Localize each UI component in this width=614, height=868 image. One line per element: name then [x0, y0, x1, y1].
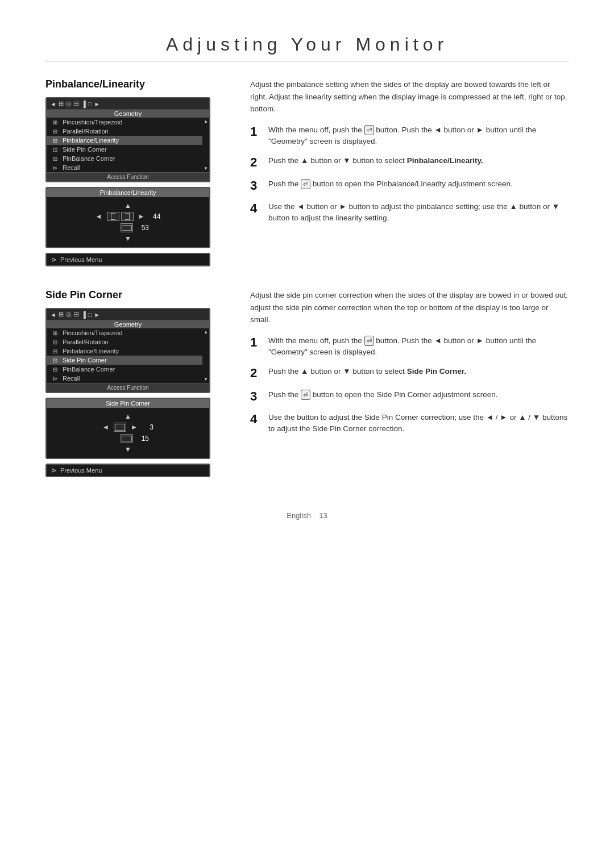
intro-text-1: Adjust the pinbalance setting when the s… [250, 78, 569, 115]
geometry-icon: ◎ [66, 100, 72, 107]
step-text-1-3: Push the ⏎ button to open the Pinbalance… [268, 178, 513, 190]
arrow-left-icon-2: ◄ [50, 311, 56, 318]
osd-item-6: ⊳ Recall [47, 163, 202, 172]
item-icon-2-6: ⊳ [51, 375, 59, 382]
step-text-2-1: With the menu off, push the ⏎ button. Pu… [268, 335, 569, 358]
bar-visual-left [111, 213, 115, 220]
bar-box-right [121, 212, 134, 221]
scroll-up-icon: ▲ [204, 119, 208, 124]
item-label-6: Recall [63, 164, 80, 171]
item-label-2-6: Recall [63, 375, 80, 382]
step-number-1-1: 1 [250, 124, 262, 139]
adjust-row-2-2: 15 [51, 434, 205, 443]
item-label-5: PinBalance Corner [63, 155, 115, 162]
section-left-sidepincorner: Side Pin Corner ◄ ⊞ ◎ ⊟ ▐ □ ► Geometry [45, 289, 227, 477]
enter-icon-2: ⏎ [301, 179, 310, 190]
item-icon-2-2: ⊟ [51, 339, 59, 345]
osd-menu-pinbalance: ◄ ⊞ ◎ ⊟ ▐ □ ► Geometry ⊞ Pincushion/Tra [45, 97, 210, 182]
arrow-left-icon: ◄ [50, 101, 56, 107]
bar-visual-2-1 [115, 424, 125, 431]
item-icon-3: ⊟ [51, 137, 59, 144]
osd-item-3: ⊟ Pinbalance/Linearity [47, 136, 202, 145]
osd-item-2-4: ⊡ Side Pin Corner [47, 356, 202, 365]
section-title-sidepincorner: Side Pin Corner [45, 289, 227, 301]
menu-icon: ⊟ [74, 100, 79, 107]
osd-bar-2 [121, 223, 133, 232]
step-text-1-2: Push the ▲ button or ▼ button to select … [268, 155, 483, 166]
step-text-2-4: Use the button to adjust the Side Pin Co… [268, 412, 569, 435]
adjust-up-arrow-2: ▲ [125, 412, 131, 420]
step-text-2-3: Push the ⏎ button to open the Side Pin C… [268, 389, 498, 400]
section-sidepincorner: Side Pin Corner ◄ ⊞ ◎ ⊟ ▐ □ ► Geometry [45, 289, 569, 477]
left-arrow-2: ◄ [102, 423, 109, 431]
brightness-icon: ▐ [81, 101, 86, 107]
step-number-2-4: 4 [250, 412, 262, 427]
adjust-value-2-2: 15 [138, 435, 149, 443]
step-number-1-3: 3 [250, 178, 262, 193]
item-label-3: Pinbalance/Linearity [63, 137, 119, 144]
adjust-row-2-1: ◄ ► 3 [51, 423, 205, 432]
osd-adjust-title-1: Pinbalance/Linearity [47, 188, 209, 197]
osd-geometry-label-2: Geometry [47, 320, 209, 328]
bar-box-2-1 [114, 423, 126, 432]
contrast-icon-2: □ [88, 311, 92, 318]
osd-item-5: ⊟ PinBalance Corner [47, 154, 202, 163]
osd-scroll: ▲ ▼ [202, 118, 209, 172]
geometry-icon-2: ◎ [66, 311, 72, 318]
adjust-down-arrow: ▼ [125, 235, 131, 243]
item-label-2-4: Side Pin Corner [63, 357, 107, 364]
footer: English 13 [45, 511, 569, 520]
bar-visual-right [125, 213, 130, 220]
osd-access-function: Access Function [47, 172, 209, 181]
adjust-row-2: 53 [51, 223, 205, 232]
arrow-right-icon-2: ► [94, 311, 100, 318]
right-arrow-2: ► [131, 423, 138, 431]
enter-icon-4: ⏎ [301, 390, 310, 400]
osd-item-2-2: ⊟ Parallel/Rotation [47, 337, 202, 347]
adjust-value-1: 44 [149, 212, 160, 220]
adjust-down-arrow-2: ▼ [125, 445, 131, 453]
section-pinbalance: Pinbalance/Linearity ◄ ⊞ ◎ ⊟ ▐ □ ► Geome… [45, 78, 569, 266]
scroll-down-icon: ▼ [204, 166, 208, 171]
osd-geometry-label: Geometry [47, 110, 209, 118]
osd-adjust-body-1: ▲ ◄ ► 44 [47, 197, 209, 247]
osd-nav-icons-2: ◄ ⊞ ◎ ⊟ ▐ □ ► [50, 311, 100, 318]
item-icon-5: ⊟ [51, 156, 59, 162]
adjust-value-2: 53 [138, 224, 149, 232]
prev-menu-label-2: Previous Menu [60, 467, 102, 474]
arrow-right-icon: ► [94, 101, 100, 107]
bar-box-2 [121, 223, 133, 232]
step-number-2-1: 1 [250, 335, 262, 350]
osd-item-2-5: ⊟ PinBalance Corner [47, 365, 202, 374]
item-label-2-2: Parallel/Rotation [63, 339, 109, 345]
adjust-value-2-1: 3 [142, 423, 154, 431]
step-text-1-4: Use the ◄ button or ► button to adjust t… [268, 201, 569, 224]
content-area: Pinbalance/Linearity ◄ ⊞ ◎ ⊟ ▐ □ ► Geome… [45, 78, 569, 477]
step-text-2-2: Push the ▲ button or ▼ button to select … [268, 366, 466, 377]
prev-menu-2: ⊳ Previous Menu [45, 464, 210, 477]
osd-bar-2-1 [114, 423, 126, 432]
item-icon-6: ⊳ [51, 165, 59, 171]
step-1-3: 3 Push the ⏎ button to open the Pinbalan… [250, 178, 569, 193]
item-label-2: Parallel/Rotation [63, 128, 109, 135]
item-label-2-1: Pincushion/Trapezoid [63, 329, 122, 336]
section-left-pinbalance: Pinbalance/Linearity ◄ ⊞ ◎ ⊟ ▐ □ ► Geome… [45, 78, 227, 266]
steps-2: 1 With the menu off, push the ⏎ button. … [250, 335, 569, 435]
osd-menu-list-2: ⊞ Pincushion/Trapezoid ⊟ Parallel/Rotati… [47, 328, 202, 383]
osd-item-2: ⊟ Parallel/Rotation [47, 127, 202, 136]
step-number-2-3: 3 [250, 389, 262, 404]
scroll-up-icon-2: ▲ [204, 329, 208, 335]
osd-item-2-3: ⊟ Pinbalance/Linearity [47, 347, 202, 356]
osd-access-function-2: Access Function [47, 383, 209, 392]
prev-menu-label-1: Previous Menu [60, 256, 102, 263]
right-arrow-1: ► [138, 212, 145, 220]
footer-page-number: 13 [319, 511, 327, 520]
prev-menu-icon-1: ⊳ [51, 256, 57, 264]
osd-adjust-body-2: ▲ ◄ ► 3 [47, 408, 209, 458]
osd-scroll-2: ▲ ▼ [202, 328, 209, 383]
intro-text-2: Adjust the side pin corner correction wh… [250, 289, 569, 326]
brightness-icon-2: ▐ [81, 311, 86, 318]
enter-icon-1: ⏎ [364, 125, 374, 136]
osd-topbar-2: ◄ ⊞ ◎ ⊟ ▐ □ ► [47, 309, 209, 320]
step-1-1: 1 With the menu off, push the ⏎ button. … [250, 124, 569, 148]
